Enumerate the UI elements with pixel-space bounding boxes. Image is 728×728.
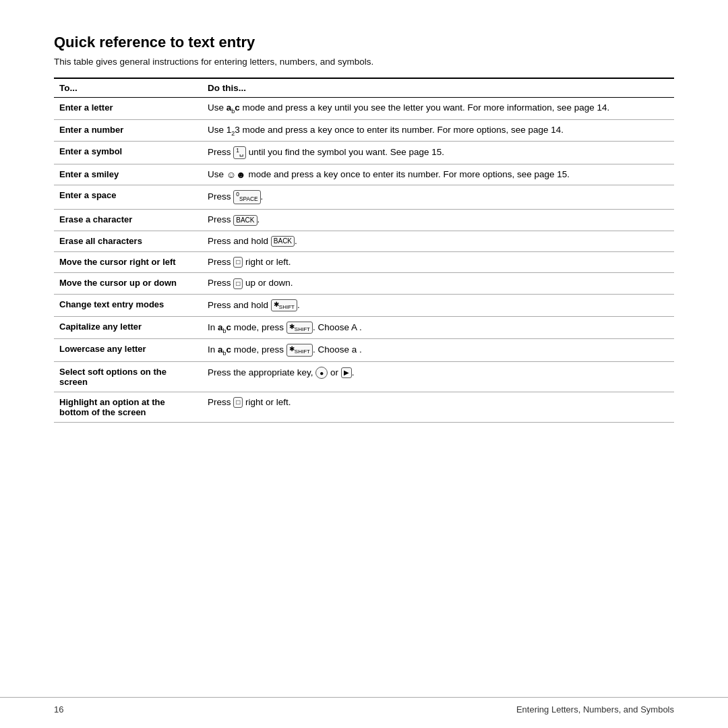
table-row: Erase a characterPress BACK. [54, 210, 674, 231]
col-to-header: To... [54, 78, 202, 98]
space-key-icon: 0SPACE [233, 190, 260, 204]
nav-key-icon: □ [233, 278, 243, 289]
table-header-row: To... Do this... [54, 78, 674, 98]
shift-key-icon: ✱SHIFT [286, 322, 313, 334]
table-row: Enter a spacePress 0SPACE. [54, 185, 674, 210]
page-subtitle: This table gives general instructions fo… [54, 57, 674, 67]
reference-table: To... Do this... Enter a letterUse abc m… [54, 78, 674, 423]
nav-key-icon: □ [233, 257, 243, 268]
table-row: Change text entry modesPress and hold ✱S… [54, 294, 674, 316]
row-to-cell: Move the cursor up or down [54, 273, 202, 294]
row-do-cell: Press 0SPACE. [202, 185, 674, 210]
table-row: Lowercase any letterIn abc mode, press ✱… [54, 339, 674, 361]
table-row: Move the cursor up or downPress □ up or … [54, 273, 674, 294]
footer-page-number: 16 [54, 704, 63, 715]
row-do-cell: Press □ right or left. [202, 392, 674, 422]
row-to-cell: Enter a number [54, 119, 202, 142]
row-to-cell: Enter a smiley [54, 164, 202, 185]
table-row: Highlight an option at the bottom of the… [54, 392, 674, 422]
table-row: Capitalize any letterIn abc mode, press … [54, 317, 674, 339]
row-to-cell: Erase a character [54, 210, 202, 231]
row-to-cell: Erase all characters [54, 231, 202, 251]
table-row: Select soft options on the screenPress t… [54, 361, 674, 392]
row-do-cell: Use abc mode and press a key until you s… [202, 98, 674, 120]
sym-key-icon: 1␣ [233, 146, 246, 158]
page-content: Quick reference to text entry This table… [0, 0, 728, 697]
table-row: Move the cursor right or leftPress □ rig… [54, 252, 674, 273]
abc-mode-icon: abc [226, 102, 240, 113]
row-to-cell: Enter a space [54, 185, 202, 210]
row-to-cell: Change text entry modes [54, 294, 202, 316]
select-key-icon: ● [315, 367, 328, 379]
table-row: Enter a letterUse abc mode and press a k… [54, 98, 674, 120]
row-do-cell: Press □ right or left. [202, 252, 674, 273]
row-do-cell: Press and hold ✱SHIFT. [202, 294, 674, 316]
row-to-cell: Lowercase any letter [54, 339, 202, 361]
right-key-icon: ▶ [341, 367, 352, 378]
smiley-mode-icon: ☺☻ [226, 169, 246, 180]
row-do-cell: In abc mode, press ✱SHIFT. Choose A . [202, 317, 674, 339]
row-do-cell: Press the appropriate key, ● or ▶. [202, 361, 674, 392]
shift-key-icon: ✱SHIFT [286, 344, 313, 356]
page-footer: 16 Entering Letters, Numbers, and Symbol… [0, 697, 728, 728]
row-do-cell: Press BACK. [202, 210, 674, 231]
num-mode-icon: 123 [226, 125, 240, 135]
row-to-cell: Select soft options on the screen [54, 361, 202, 392]
row-to-cell: Highlight an option at the bottom of the… [54, 392, 202, 422]
table-row: Enter a smileyUse ☺☻ mode and press a ke… [54, 164, 674, 185]
table-row: Enter a numberUse 123 mode and press a k… [54, 119, 674, 142]
row-to-cell: Capitalize any letter [54, 317, 202, 339]
shift-key-icon: ✱SHIFT [271, 299, 297, 311]
row-do-cell: Press 1␣ until you find the symbol you w… [202, 142, 674, 164]
nav-key-icon: □ [233, 397, 243, 408]
row-do-cell: In abc mode, press ✱SHIFT. Choose a . [202, 339, 674, 361]
col-do-header: Do this... [202, 78, 674, 98]
footer-section: Entering Letters, Numbers, and Symbols [516, 704, 674, 715]
row-do-cell: Use 123 mode and press a key once to ent… [202, 119, 674, 142]
row-to-cell: Enter a symbol [54, 142, 202, 164]
row-do-cell: Press □ up or down. [202, 273, 674, 294]
back-key-icon: BACK [233, 215, 257, 226]
row-to-cell: Move the cursor right or left [54, 252, 202, 273]
page-title: Quick reference to text entry [54, 34, 674, 51]
row-do-cell: Use ☺☻ mode and press a key once to ente… [202, 164, 674, 185]
abc-mode-icon: abc [218, 322, 231, 332]
back-key-icon: BACK [271, 236, 295, 247]
abc-mode-icon: abc [218, 344, 231, 355]
row-to-cell: Enter a letter [54, 98, 202, 120]
table-row: Erase all charactersPress and hold BACK. [54, 231, 674, 251]
row-do-cell: Press and hold BACK. [202, 231, 674, 251]
table-row: Enter a symbolPress 1␣ until you find th… [54, 142, 674, 164]
